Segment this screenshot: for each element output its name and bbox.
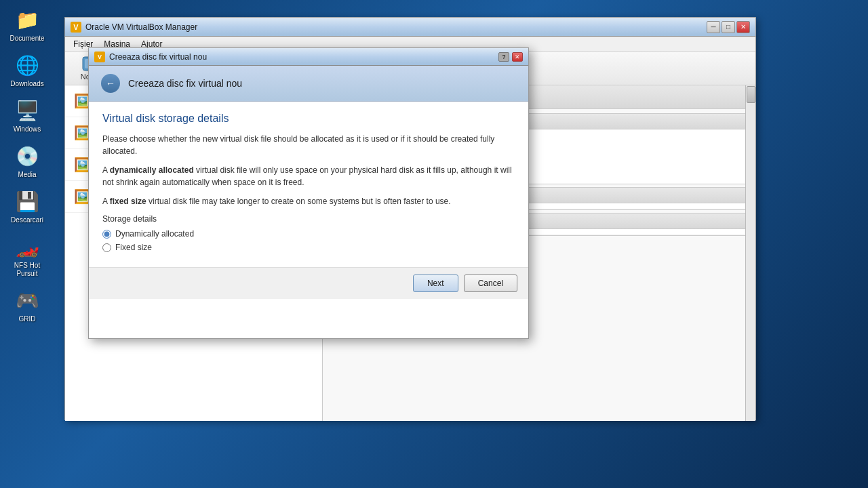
dialog-header-title: Creeaza disc fix virtual nou [128,78,242,89]
dialog-back-icon: ← [100,73,121,94]
desktop-icons-panel: 📁 Documente 🌐 Downloads 🖥️ Windows 💿 Med… [0,0,54,488]
desktop-icon-nfs[interactable]: 🏎️ NFS Hot Pursuit [3,230,51,281]
dialog-window-controls: ? ✕ [498,52,523,62]
radio-dynamic-option[interactable]: Dynamically allocated [102,229,515,239]
desktop-icon-downloads[interactable]: 🌐 Downloads [3,49,51,91]
dialog-description-1: Please choose whether the new virtual di… [102,133,515,157]
desktop-icon-grid[interactable]: 🎮 GRID [3,284,51,326]
dialog-close-button[interactable]: ✕ [512,52,523,62]
detail-scrollbar[interactable] [745,85,755,421]
downloads-label: Downloads [10,80,43,88]
desktop-icon-documente[interactable]: 📁 Documente [3,3,51,45]
descarcari-label: Descarcari [11,216,43,224]
dialog-description-2: A dynamically allocated virtual disk fil… [102,164,515,188]
radio-fixed-option[interactable]: Fixed size [102,243,515,252]
dialog-app-icon: V [94,52,105,62]
desktop-icon-descarcari[interactable]: 💾 Descarcari [3,185,51,227]
vbox-titlebar: V Oracle VM VirtualBox Manager ─ □ ✕ [65,18,755,37]
grid-label: GRID [19,315,36,323]
scrollbar-thumb [747,86,755,103]
dialog-main-title: Virtual disk storage details [102,113,515,125]
maximize-button[interactable]: □ [722,21,735,33]
media-label: Media [18,171,36,179]
vbox-app-icon: V [71,22,81,33]
radio-dynamic[interactable] [102,230,111,239]
radio-dynamic-label[interactable]: Dynamically allocated [115,229,194,239]
windows-label: Windows [14,125,41,134]
dialog-body: Virtual disk storage details Please choo… [89,102,528,267]
next-button[interactable]: Next [413,274,458,292]
close-button[interactable]: ✕ [736,21,750,33]
desktop: 📁 Documente 🌐 Downloads 🖥️ Windows 💿 Med… [0,0,868,488]
dialog-help-button[interactable]: ? [498,52,509,62]
dialog-header-banner: ← Creeaza disc fix virtual nou [89,66,528,102]
documente-label: Documente [9,35,44,43]
desktop-icon-windows[interactable]: 🖥️ Windows [3,94,51,136]
vbox-title: Oracle VM VirtualBox Manager [85,22,707,32]
nfs-icon: 🏎️ [14,233,41,260]
dialog-footer: Next Cancel [89,267,528,299]
minimize-button[interactable]: ─ [707,21,720,33]
dialog-title-text: Creeaza disc fix virtual nou [109,52,498,62]
cancel-button[interactable]: Cancel [464,274,517,292]
dialog-create-disk: V Creeaza disc fix virtual nou ? ✕ ← Cre… [88,47,529,339]
dialog-titlebar: V Creeaza disc fix virtual nou ? ✕ [89,48,528,66]
dialog-description-3: A fixed size virtual disk file may take … [102,195,515,207]
desktop-icon-media[interactable]: 💿 Media [3,140,51,182]
storage-details-label: Storage details [102,214,515,224]
windows-icon: 🖥️ [14,97,41,124]
grid-icon: 🎮 [14,287,41,314]
radio-fixed-label[interactable]: Fixed size [115,243,152,252]
downloads-icon: 🌐 [14,52,41,79]
media-icon: 💿 [14,142,41,169]
back-arrow-circle-icon: ← [101,74,120,93]
documente-icon: 📁 [14,6,41,33]
window-controls: ─ □ ✕ [707,21,750,33]
nfs-label: NFS Hot Pursuit [6,262,48,278]
descarcari-icon: 💾 [14,188,41,215]
radio-fixed[interactable] [102,243,111,252]
